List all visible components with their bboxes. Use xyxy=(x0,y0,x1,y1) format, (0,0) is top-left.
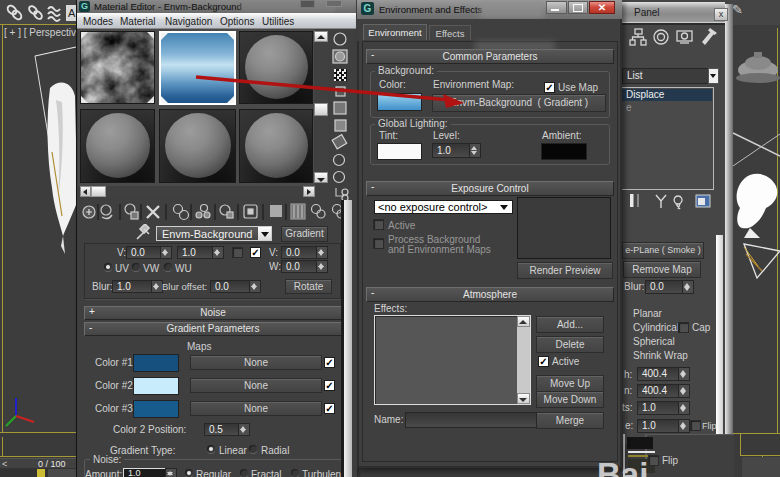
svg-text:A: A xyxy=(68,7,76,19)
